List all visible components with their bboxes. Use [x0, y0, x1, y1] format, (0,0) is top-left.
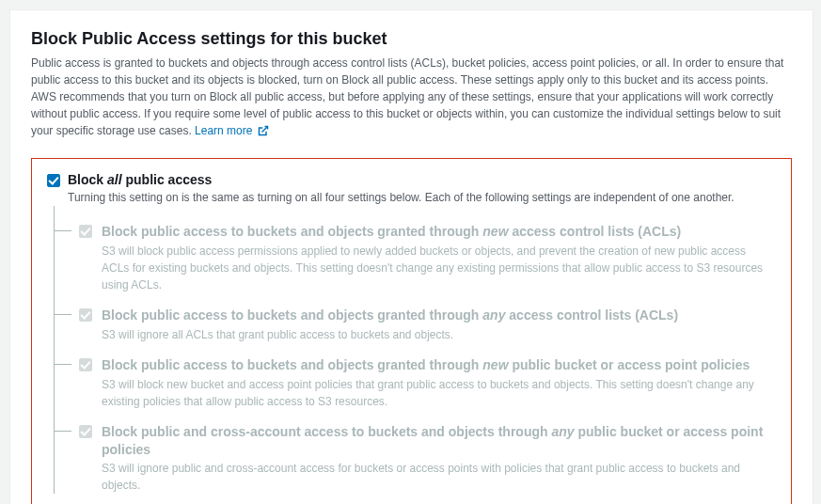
tree-branch-icon	[55, 306, 71, 315]
tree-branch-icon	[55, 222, 71, 231]
sub-title-post: access control lists (ACLs)	[509, 224, 682, 239]
sub-new-acls-title: Block public access to buckets and objec…	[102, 223, 776, 241]
sub-title-pre: Block public access to buckets and objec…	[102, 224, 482, 239]
sub-setting-new-policies: Block public access to buckets and objec…	[55, 343, 776, 410]
block-all-label: Block all public access Turning this set…	[68, 172, 776, 206]
sub-new-policies-title: Block public access to buckets and objec…	[102, 356, 776, 374]
sub-setting-new-acls: Block public access to buckets and objec…	[55, 210, 776, 293]
block-all-title-em: all	[107, 172, 122, 187]
block-public-access-panel: Block Public Access settings for this bu…	[9, 9, 813, 504]
learn-more-label: Learn more	[195, 124, 252, 137]
block-all-row: Block all public access Turning this set…	[47, 172, 776, 206]
sub-title-post: public bucket or access point policies	[509, 357, 750, 372]
panel-description: Public access is granted to buckets and …	[31, 55, 792, 141]
external-link-icon	[258, 124, 269, 141]
learn-more-link[interactable]: Learn more	[195, 124, 269, 137]
block-all-desc: Turning this setting on is the same as t…	[68, 189, 776, 206]
sub-title-pre: Block public access to buckets and objec…	[102, 357, 482, 372]
settings-highlight-box: Block all public access Turning this set…	[31, 158, 792, 504]
sub-any-policies-checkbox	[79, 425, 92, 438]
block-all-checkbox[interactable]	[47, 174, 60, 187]
block-all-title-post: public access	[122, 172, 213, 187]
block-all-title: Block all public access	[68, 172, 776, 187]
sub-title-em: any	[482, 307, 505, 323]
sub-title-pre: Block public and cross-account access to…	[102, 424, 551, 439]
sub-any-acls-desc: S3 will ignore all ACLs that grant publi…	[102, 326, 776, 343]
sub-title-em: any	[551, 424, 574, 439]
sub-title-em: new	[482, 357, 508, 372]
sub-title-em: new	[482, 224, 508, 239]
sub-any-acls-title: Block public access to buckets and objec…	[102, 307, 776, 324]
sub-new-acls-checkbox	[79, 225, 92, 238]
tree-branch-icon	[55, 355, 71, 365]
sub-setting-any-policies: Block public and cross-account access to…	[55, 410, 776, 495]
sub-new-policies-desc: S3 will block new bucket and access poin…	[102, 376, 776, 410]
block-all-title-pre: Block	[68, 172, 107, 187]
sub-title-pre: Block public access to buckets and objec…	[102, 307, 482, 323]
sub-any-policies-desc: S3 will ignore public and cross-account …	[102, 460, 776, 494]
sub-title-post: access control lists (ACLs)	[505, 307, 678, 323]
sub-setting-any-acls: Block public access to buckets and objec…	[55, 293, 776, 343]
tree-branch-icon	[55, 422, 71, 432]
sub-new-policies-checkbox	[79, 358, 92, 371]
panel-description-text: Public access is granted to buckets and …	[31, 56, 783, 137]
sub-new-acls-desc: S3 will block public access permissions …	[102, 243, 776, 293]
panel-title: Block Public Access settings for this bu…	[31, 29, 792, 49]
sub-any-acls-checkbox	[79, 308, 92, 322]
sub-settings-tree: Block public access to buckets and objec…	[54, 206, 776, 494]
sub-any-policies-title: Block public and cross-account access to…	[102, 423, 776, 459]
